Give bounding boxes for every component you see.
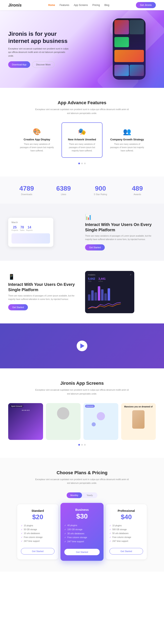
app-screens-title: Jironis App Screens: [8, 381, 156, 386]
features-cards: 🎨 Creative App Display There are many va…: [8, 122, 156, 158]
price-feature-std-1: 10 plugins: [21, 524, 54, 528]
feature-icon-3: 👥: [110, 128, 144, 136]
price-features-business: 40 plugins 100 GB storage 30 urls databa…: [64, 523, 100, 544]
phone-tile-3: [114, 37, 129, 47]
price-tier-standard: Standard: [21, 509, 54, 512]
nav-link-blog[interactable]: Blog: [104, 4, 109, 6]
screen-dot-2[interactable]: [81, 444, 83, 446]
feature-icon-2: 🎭: [65, 128, 99, 136]
interact-right-text: 📊 Interact With Your Users On Every Sing…: [85, 214, 156, 250]
stat-num-rating: 900: [82, 185, 119, 192]
play-button[interactable]: [77, 340, 87, 351]
interact-left-icon: 📱: [8, 274, 79, 280]
toggle-yearly[interactable]: Yearly: [82, 492, 97, 498]
pricing-cards: Standard $20 10 plugins 50 GB storage 10…: [8, 504, 156, 560]
price-feature-std-4: Free column storage: [21, 535, 54, 539]
feature-name-2: New Artwork Unveiled: [65, 138, 99, 141]
feature-name-3: Company Growth Strategy: [110, 138, 144, 141]
pricing-subtitle: Excepteur sint occaecat cupidatat non pr…: [35, 478, 129, 485]
price-amount-professional: $40: [110, 513, 143, 521]
hero-discover-button[interactable]: Discover More: [32, 61, 54, 68]
interact-right-desc: There are many variations of passages of…: [85, 234, 156, 241]
price-card-business: Business $30 40 plugins 100 GB storage 3…: [60, 503, 104, 561]
interact-left-desc: There are many variations of passages of…: [8, 294, 79, 301]
phone-tile-2: [130, 20, 144, 34]
price-card-standard: Standard $20 10 plugins 50 GB storage 10…: [17, 504, 58, 560]
feature-card-2: 🎭 New Artwork Unveiled There are many va…: [61, 122, 103, 158]
stat-label-downloads: Downloads: [8, 193, 45, 196]
hero-buttons: Download App Discover More: [8, 61, 70, 68]
features-section: App Advance Features Excepteur sint occa…: [0, 88, 164, 176]
dashboard-tasks-num: 78: [20, 226, 25, 229]
nav-links: Home Features App Screens Pricing Blog: [48, 4, 109, 6]
price-features-standard: 10 plugins 50 GB storage 10 urls databas…: [21, 524, 54, 543]
dashboard-card: March 25 Projects 78 Tasks 14 Reports: [8, 218, 53, 247]
price-features-professional: 10 plugins 500 GB storage 50 urls databa…: [110, 524, 143, 543]
price-feature-pro-1: 10 plugins: [110, 524, 143, 528]
stat-likes: 6389 Likes: [45, 185, 82, 196]
price-feature-biz-5: 24/7 time support: [64, 540, 100, 544]
chart-bar-6: [104, 294, 107, 300]
dot-3[interactable]: [84, 163, 86, 164]
feature-icon-1: 🎨: [20, 128, 54, 136]
interact-right-mock: March 25 Projects 78 Tasks 14 Reports: [8, 218, 79, 247]
hero-content: Jironis is for your internet app busines…: [8, 30, 70, 68]
phone-tile-5: [114, 65, 129, 76]
phone-tile-4: [114, 50, 144, 62]
price-btn-professional[interactable]: Get Started: [110, 548, 143, 554]
dashboard-projects-label: Projects: [12, 229, 18, 231]
nav-link-home[interactable]: Home: [48, 4, 55, 6]
price-feature-pro-3: 50 urls databases: [110, 532, 143, 535]
price-card-professional: Professional $40 10 plugins 500 GB stora…: [106, 504, 147, 560]
stats-section: 4789 Downloads 6389 Likes 900 5 Star Rat…: [0, 176, 164, 204]
price-amount-standard: $20: [21, 513, 54, 521]
price-feature-biz-2: 100 GB storage: [64, 527, 100, 532]
phone-screen: [113, 18, 145, 80]
interact-right-btn[interactable]: Get Started: [85, 244, 105, 250]
price-feature-std-3: 10 urls databases: [21, 532, 54, 535]
price-btn-standard[interactable]: Get Started: [21, 548, 54, 554]
dashboard-month: March: [12, 221, 50, 224]
chart-bar-3: [95, 292, 97, 300]
nav-cta-button[interactable]: Get Jironis: [136, 2, 156, 8]
stat-label-rating: 5 Star Rating: [82, 193, 119, 196]
dashboard-tasks-label: Tasks: [20, 229, 25, 231]
interact-right-title: Interact With Your Users On Every Single…: [85, 222, 156, 232]
screen-dot-1[interactable]: [78, 444, 80, 446]
stat-num-downloads: 4789: [8, 185, 45, 192]
price-tier-professional: Professional: [110, 509, 143, 512]
interact-left-title: Interact With Your Users On Every Single…: [8, 282, 79, 292]
chart-bar-4: [98, 286, 100, 300]
chart-mock: Analytics↗ 5,642Total 3,441Active: [85, 271, 134, 313]
stat-num-likes: 6389: [45, 185, 82, 192]
interact-left-mock: Analytics↗ 5,642Total 3,441Active: [85, 271, 156, 313]
feature-desc-3: There are many variations of passages of…: [110, 142, 144, 152]
nav-link-pricing[interactable]: Pricing: [92, 4, 100, 6]
pricing-title: Choose Plans & Pricing: [8, 470, 156, 476]
dashboard-reports-label: Reports: [26, 229, 33, 231]
navbar: Jironis Home Features App Screens Pricin…: [0, 0, 164, 10]
hero-download-button[interactable]: Download App: [8, 61, 30, 68]
hero-phone-wrap: [107, 12, 152, 86]
dashboard-reports: 14 Reports: [26, 226, 33, 231]
hero-subtitle: Excepteur sint occaecat cupidatat non pr…: [8, 47, 70, 58]
price-amount-business: $30: [64, 512, 100, 520]
stat-downloads: 4789 Downloads: [8, 185, 45, 196]
dashboard-stats: 25 Projects 78 Tasks 14 Reports: [12, 226, 50, 231]
screens-row: Sport Ground ★★★★★ Discover Mansions you…: [8, 403, 156, 440]
screen-label-4: Mansions you on dreamed of: [121, 403, 156, 410]
interact-left-btn[interactable]: Get Started: [8, 304, 28, 310]
screen-dots: [8, 444, 156, 446]
features-title: App Advance Features: [8, 100, 156, 106]
price-btn-business[interactable]: Get Started: [64, 549, 100, 555]
feature-desc-2: There are many variations of passages of…: [65, 142, 99, 152]
dot-1[interactable]: [78, 163, 80, 164]
dot-2[interactable]: [81, 163, 83, 164]
price-feature-biz-1: 40 plugins: [64, 523, 100, 527]
toggle-monthly[interactable]: Monthly: [67, 492, 82, 498]
screen-dot-3[interactable]: [84, 444, 86, 446]
nav-link-appscreens[interactable]: App Screens: [74, 4, 88, 6]
feature-name-1: Creative App Display: [20, 138, 54, 141]
chart-bar-area: [88, 284, 131, 300]
nav-link-features[interactable]: Features: [59, 4, 69, 6]
